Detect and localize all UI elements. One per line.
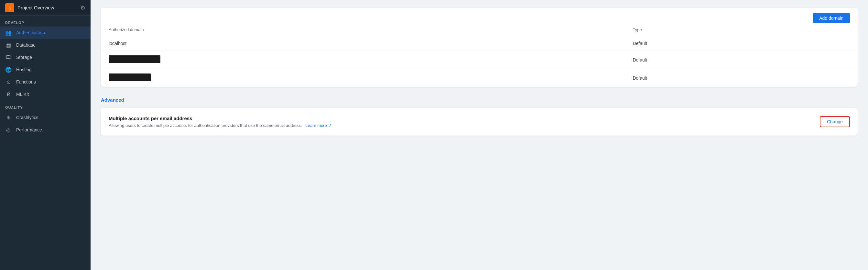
- learn-more-link[interactable]: Learn more ↗: [304, 123, 332, 128]
- card-top-actions: Add domain: [101, 8, 858, 23]
- advanced-card: Multiple accounts per email address Allo…: [101, 108, 858, 136]
- type-cell: Default: [625, 69, 858, 87]
- sidebar-item-authentication-label: Authentication: [16, 30, 45, 35]
- advanced-section: Advanced Multiple accounts per email add…: [101, 94, 858, 136]
- sidebar-item-crashlytics[interactable]: ✳ Crashlytics: [0, 111, 91, 124]
- sidebar-item-performance-label: Performance: [16, 127, 42, 132]
- database-icon: ▦: [5, 42, 12, 48]
- sidebar-project-title: Project Overview: [18, 5, 80, 10]
- sidebar-item-database[interactable]: ▦ Database: [0, 39, 91, 51]
- authorized-domains-table: Authorized domain Type localhost Default…: [101, 23, 858, 87]
- table-row: localhost Default: [101, 36, 858, 51]
- change-button[interactable]: Change: [820, 116, 850, 127]
- develop-section-label: Develop: [0, 16, 91, 27]
- advanced-card-description: Allowing users to create multiple accoun…: [108, 123, 332, 128]
- sidebar-item-mlkit[interactable]: M̃ ML Kit: [0, 88, 91, 100]
- home-icon: ⌂: [5, 3, 14, 12]
- redacted-domain-2: [108, 74, 151, 81]
- hosting-icon: 🌐: [5, 66, 12, 73]
- sidebar-item-authentication[interactable]: 👥 Authentication: [0, 27, 91, 39]
- advanced-card-text: Multiple accounts per email address Allo…: [108, 115, 332, 128]
- crashlytics-icon: ✳: [5, 114, 12, 121]
- redacted-domain-1: [108, 55, 160, 63]
- advanced-section-title: Advanced: [101, 94, 858, 108]
- domain-cell: localhost: [101, 36, 625, 51]
- type-cell: Default: [625, 51, 858, 69]
- quality-section-label: Quality: [0, 100, 91, 111]
- sidebar: ⌂ Project Overview ⚙ Develop 👥 Authentic…: [0, 0, 91, 270]
- storage-icon: 🖼: [5, 54, 12, 60]
- performance-icon: ◎: [5, 127, 12, 133]
- table-row: Default: [101, 51, 858, 69]
- col-authorized-domain: Authorized domain: [101, 23, 625, 36]
- sidebar-item-crashlytics-label: Crashlytics: [16, 115, 38, 120]
- sidebar-item-mlkit-label: ML Kit: [16, 91, 29, 97]
- type-cell: Default: [625, 36, 858, 51]
- authentication-icon: 👥: [5, 29, 12, 36]
- add-domain-button[interactable]: Add domain: [813, 13, 850, 23]
- functions-icon: ⊙: [5, 79, 12, 85]
- sidebar-item-storage-label: Storage: [16, 55, 32, 60]
- col-type: Type: [625, 23, 858, 36]
- sidebar-item-functions-label: Functions: [16, 79, 36, 84]
- domain-cell-redacted: [101, 51, 625, 69]
- domain-cell-redacted: [101, 69, 625, 87]
- sidebar-item-functions[interactable]: ⊙ Functions: [0, 76, 91, 88]
- main-content: Add domain Authorized domain Type localh…: [91, 0, 868, 270]
- table-row: Default: [101, 69, 858, 87]
- settings-gear-icon[interactable]: ⚙: [80, 4, 85, 11]
- sidebar-item-performance[interactable]: ◎ Performance: [0, 124, 91, 136]
- sidebar-item-database-label: Database: [16, 43, 36, 48]
- sidebar-item-hosting[interactable]: 🌐 Hosting: [0, 63, 91, 76]
- authorized-domains-card: Add domain Authorized domain Type localh…: [101, 8, 858, 87]
- advanced-card-title: Multiple accounts per email address: [108, 115, 332, 121]
- external-link-icon: ↗: [328, 123, 332, 128]
- sidebar-item-hosting-label: Hosting: [16, 67, 31, 72]
- sidebar-item-storage[interactable]: 🖼 Storage: [0, 51, 91, 63]
- sidebar-header: ⌂ Project Overview ⚙: [0, 0, 91, 16]
- mlkit-icon: M̃: [5, 91, 12, 98]
